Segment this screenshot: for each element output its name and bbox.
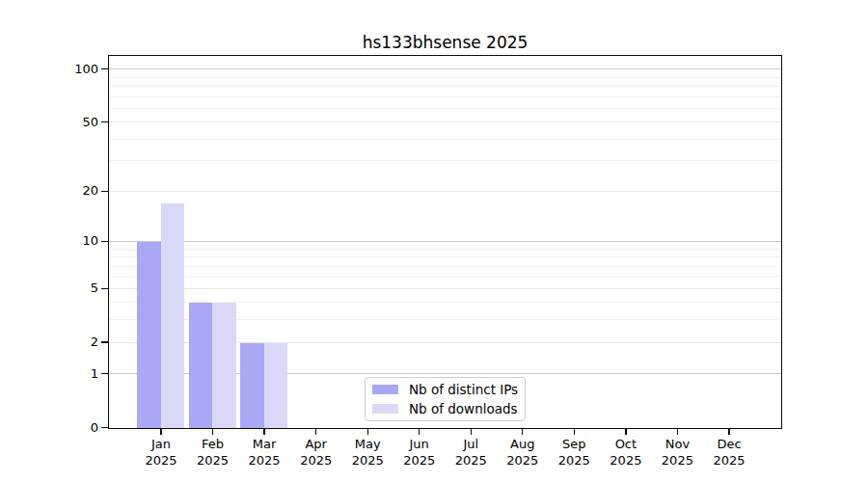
y-tick-label-20: 20 <box>56 183 98 199</box>
gridline-100 <box>109 68 781 69</box>
x-tick-mark-oct <box>625 429 626 435</box>
bar-downloads-jan <box>161 203 185 428</box>
x-tick-label-dec: Dec2025 <box>695 437 763 469</box>
plot-area <box>108 55 782 429</box>
gridline-minor-80 <box>109 86 781 87</box>
x-tick-month: Dec <box>695 437 763 453</box>
y-tick-mark-0 <box>101 427 108 428</box>
bar-distinct-ips-feb <box>189 303 213 428</box>
gridline-minor-60 <box>109 108 781 109</box>
gridline-minor-70 <box>109 96 781 97</box>
y-tick-label-50: 50 <box>56 115 98 130</box>
legend-swatch-distinct-ips <box>372 385 398 394</box>
bar-distinct-ips-jan <box>137 242 161 428</box>
legend-entry-distinct-ips: Nb of distinct IPs <box>372 382 525 398</box>
gridline-minor-6 <box>109 276 781 277</box>
legend-label-downloads: Nb of downloads <box>409 401 518 416</box>
y-tick-label-10: 10 <box>56 233 98 249</box>
gridline-minor-40 <box>109 139 781 140</box>
y-tick-mark-2 <box>101 341 108 342</box>
y-tick-mark-10 <box>101 241 108 242</box>
legend-entry-downloads: Nb of downloads <box>372 401 525 417</box>
gridline-10 <box>109 241 781 242</box>
x-tick-mark-feb <box>212 429 213 435</box>
y-tick-label-1: 1 <box>56 366 98 382</box>
gridline-minor-8 <box>109 256 781 257</box>
gridline-minor-7 <box>109 266 781 267</box>
y-tick-label-0: 0 <box>56 420 98 436</box>
gridline-minor-90 <box>109 77 781 78</box>
y-tick-label-5: 5 <box>56 281 98 296</box>
x-tick-mark-jul <box>471 429 472 435</box>
legend-label-distinct-ips: Nb of distinct IPs <box>409 382 518 397</box>
bar-downloads-mar <box>264 343 288 429</box>
x-tick-mark-dec <box>728 429 729 435</box>
gridline-5 <box>109 288 781 289</box>
gridline-minor-9 <box>109 249 781 250</box>
chart-figure: hs133bhsense 2025 Nb of distinct IPs Nb … <box>0 0 868 482</box>
gridline-minor-30 <box>109 160 781 161</box>
x-tick-mark-jan <box>160 429 161 435</box>
x-tick-mark-aug <box>522 429 523 435</box>
y-tick-mark-100 <box>101 68 108 69</box>
y-tick-mark-50 <box>101 121 108 122</box>
chart-title: hs133bhsense 2025 <box>108 33 782 52</box>
legend-swatch-downloads <box>372 404 398 414</box>
x-tick-mark-may <box>367 429 368 435</box>
y-tick-label-100: 100 <box>56 62 98 77</box>
gridline-50 <box>109 121 781 122</box>
y-tick-mark-5 <box>101 288 108 289</box>
x-tick-mark-mar <box>263 429 264 435</box>
legend: Nb of distinct IPs Nb of downloads <box>365 377 526 421</box>
x-tick-mark-jun <box>419 429 420 435</box>
x-tick-mark-sep <box>574 429 575 435</box>
bar-downloads-feb <box>212 303 236 428</box>
y-tick-mark-1 <box>101 373 108 374</box>
bar-distinct-ips-mar <box>240 343 264 429</box>
gridline-20 <box>109 191 781 192</box>
y-tick-mark-20 <box>101 191 108 192</box>
x-tick-mark-apr <box>315 429 316 435</box>
x-tick-mark-nov <box>677 429 678 435</box>
x-tick-year: 2025 <box>695 453 763 469</box>
y-tick-label-2: 2 <box>56 335 98 350</box>
